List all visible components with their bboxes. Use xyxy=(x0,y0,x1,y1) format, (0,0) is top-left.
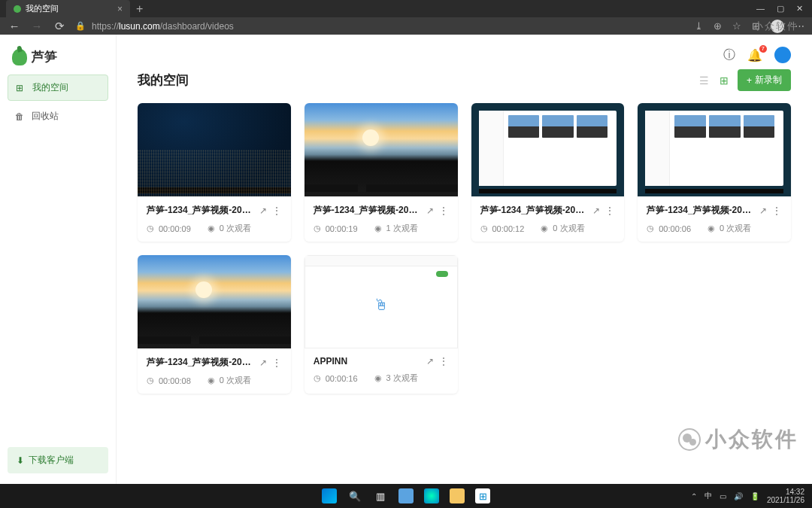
volume-icon[interactable]: 🔊 xyxy=(734,492,743,500)
video-duration: 00:00:12 xyxy=(492,224,525,233)
user-avatar[interactable] xyxy=(774,47,791,63)
taskbar-center-icons: 🔍 ▥ ⊞ xyxy=(322,488,490,503)
reload-button[interactable]: ⟳ xyxy=(53,20,66,33)
share-icon[interactable]: ↗ xyxy=(426,356,434,367)
video-card[interactable]: 芦笋-1234_芦笋视频-20211126 ↗ ⋮ ◷ 00:00:06 ◉ 0… xyxy=(638,103,791,242)
more-icon[interactable]: ⋮ xyxy=(271,357,282,368)
search-icon[interactable]: 🔍 xyxy=(347,488,362,503)
clock-icon: ◷ xyxy=(647,224,654,233)
grid-view-toggle[interactable]: ⊞ xyxy=(718,73,730,88)
video-info: 芦笋-1234_芦笋视频-20211126 ↗ ⋮ ◷ 00:00:12 ◉ 0… xyxy=(471,196,625,242)
browser-tab[interactable]: 我的空间 × xyxy=(6,0,130,17)
download-icon[interactable]: ⤓ xyxy=(695,20,703,32)
taskview-icon[interactable]: ▥ xyxy=(373,488,388,503)
wechat-icon xyxy=(678,428,701,451)
eye-icon: ◉ xyxy=(374,373,382,383)
video-views: 0 次观看 xyxy=(553,223,584,234)
video-info: 芦笋-1234_芦笋视频-20211126 ↗ ⋮ ◷ 00:00:08 ◉ 0… xyxy=(138,348,291,394)
watermark-large: 小众软件 xyxy=(678,425,798,454)
clock-icon: ◷ xyxy=(314,224,321,233)
video-thumbnail[interactable] xyxy=(638,103,791,196)
clock-icon: ◷ xyxy=(314,373,321,383)
new-tab-button[interactable]: + xyxy=(130,2,149,16)
url-field[interactable]: 🔒 https://lusun.com/dashboard/videos xyxy=(75,21,686,32)
taskbar: 🔍 ▥ ⊞ ⌃ 中 ▭ 🔊 🔋 14:32 2021/11/26 xyxy=(0,484,812,508)
start-button[interactable] xyxy=(322,488,337,503)
logo[interactable]: 芦笋 xyxy=(8,45,108,75)
more-icon[interactable]: ⋮ xyxy=(438,356,449,367)
video-card[interactable]: 芦笋-1234_芦笋视频-20211126 ↗ ⋮ ◷ 00:00:08 ◉ 0… xyxy=(138,255,291,394)
video-duration: 00:00:19 xyxy=(326,224,358,233)
sidebar-item-trash[interactable]: 🗑回收站 xyxy=(8,104,108,129)
video-views: 0 次观看 xyxy=(220,375,251,386)
sidebar-item-myspace[interactable]: ⊞我的空间 xyxy=(8,75,108,101)
list-view-toggle[interactable]: ☰ xyxy=(698,73,710,88)
tray-chevron-icon[interactable]: ⌃ xyxy=(691,492,697,500)
eye-icon: ◉ xyxy=(208,224,215,233)
video-thumbnail[interactable] xyxy=(304,103,458,196)
video-card[interactable]: 🖱 APPINN ↗ ⋮ ◷ 00:00:16 ◉ 3 次观看 xyxy=(304,255,458,394)
video-thumbnail[interactable]: 🖱 xyxy=(304,255,458,348)
video-thumbnail[interactable] xyxy=(138,255,291,348)
share-icon[interactable]: ↗ xyxy=(592,205,600,216)
ime-indicator[interactable]: 中 xyxy=(704,491,712,501)
url-text: https://lusun.com/dashboard/videos xyxy=(92,21,234,32)
store-icon[interactable]: ⊞ xyxy=(475,488,490,503)
video-thumbnail[interactable] xyxy=(138,103,291,196)
eye-icon: ◉ xyxy=(707,224,715,233)
sidebar-item-label: 回收站 xyxy=(32,110,59,123)
close-window-button[interactable]: ✕ xyxy=(796,4,803,14)
favorites-icon[interactable]: ☆ xyxy=(732,20,741,32)
view-controls: ☰ ⊞ + 新录制 xyxy=(698,69,791,91)
page-title: 我的空间 xyxy=(138,71,189,89)
clock-icon: ◷ xyxy=(147,376,154,385)
video-duration: 00:00:09 xyxy=(159,224,191,233)
notifications-button[interactable]: 🔔 7 xyxy=(747,48,762,62)
extension-icon[interactable]: ⊕ xyxy=(714,20,722,32)
share-icon[interactable]: ↗ xyxy=(759,205,767,216)
download-client-button[interactable]: ⬇ 下载客户端 xyxy=(8,447,108,473)
clock[interactable]: 14:32 2021/11/26 xyxy=(767,488,804,504)
trash-icon: 🗑 xyxy=(15,111,26,122)
video-card[interactable]: 芦笋-1234_芦笋视频-20211126 ↗ ⋮ ◷ 00:00:19 ◉ 1… xyxy=(304,103,458,242)
system-tray: ⌃ 中 ▭ 🔊 🔋 14:32 2021/11/26 xyxy=(691,488,812,504)
more-icon[interactable]: ⋮ xyxy=(438,205,449,216)
edge-icon[interactable] xyxy=(424,488,439,503)
cast-icon[interactable]: ▭ xyxy=(720,492,726,500)
new-recording-button[interactable]: + 新录制 xyxy=(738,69,791,91)
page-header: 我的空间 ☰ ⊞ + 新录制 xyxy=(138,69,791,91)
minimize-button[interactable]: — xyxy=(756,4,765,14)
new-recording-label: 新录制 xyxy=(755,74,782,87)
more-icon[interactable]: ⋮ xyxy=(271,205,282,216)
video-card[interactable]: 芦笋-1234_芦笋视频-20211126 ↗ ⋮ ◷ 00:00:09 ◉ 0… xyxy=(138,103,291,242)
lock-icon: 🔒 xyxy=(75,21,86,31)
help-icon[interactable]: ⓘ xyxy=(723,47,735,63)
video-title: 芦笋-1234_芦笋视频-20211126 xyxy=(314,204,422,217)
tab-title: 我的空间 xyxy=(26,3,59,14)
forward-button[interactable]: → xyxy=(30,20,44,32)
close-tab-icon[interactable]: × xyxy=(117,4,123,14)
maximize-button[interactable]: ▢ xyxy=(777,4,784,14)
video-info: 芦笋-1234_芦笋视频-20211126 ↗ ⋮ ◷ 00:00:19 ◉ 1… xyxy=(304,196,458,242)
video-thumbnail[interactable] xyxy=(471,103,625,196)
notification-badge: 7 xyxy=(759,45,767,53)
battery-icon[interactable]: 🔋 xyxy=(750,492,759,500)
video-card[interactable]: 芦笋-1234_芦笋视频-20211126 ↗ ⋮ ◷ 00:00:12 ◉ 0… xyxy=(471,103,625,242)
explorer-icon[interactable] xyxy=(450,488,465,503)
download-label: 下载客户端 xyxy=(29,454,74,467)
back-button[interactable]: ← xyxy=(8,20,21,32)
more-icon[interactable]: ⋮ xyxy=(604,205,615,216)
video-info: 芦笋-1234_芦笋视频-20211126 ↗ ⋮ ◷ 00:00:09 ◉ 0… xyxy=(138,196,291,242)
eye-icon: ◉ xyxy=(208,376,215,385)
eye-icon: ◉ xyxy=(541,224,548,233)
share-icon[interactable]: ↗ xyxy=(426,205,434,216)
video-title: 芦笋-1234_芦笋视频-20211126 xyxy=(147,204,255,217)
share-icon[interactable]: ↗ xyxy=(259,205,267,216)
topbar: ⓘ 🔔 7 xyxy=(138,47,791,69)
video-views: 3 次观看 xyxy=(386,373,418,384)
video-info: APPINN ↗ ⋮ ◷ 00:00:16 ◉ 3 次观看 xyxy=(304,348,458,391)
video-views: 1 次观看 xyxy=(386,223,418,234)
share-icon[interactable]: ↗ xyxy=(259,357,267,368)
more-icon[interactable]: ⋮ xyxy=(771,205,782,216)
widgets-icon[interactable] xyxy=(398,488,414,503)
